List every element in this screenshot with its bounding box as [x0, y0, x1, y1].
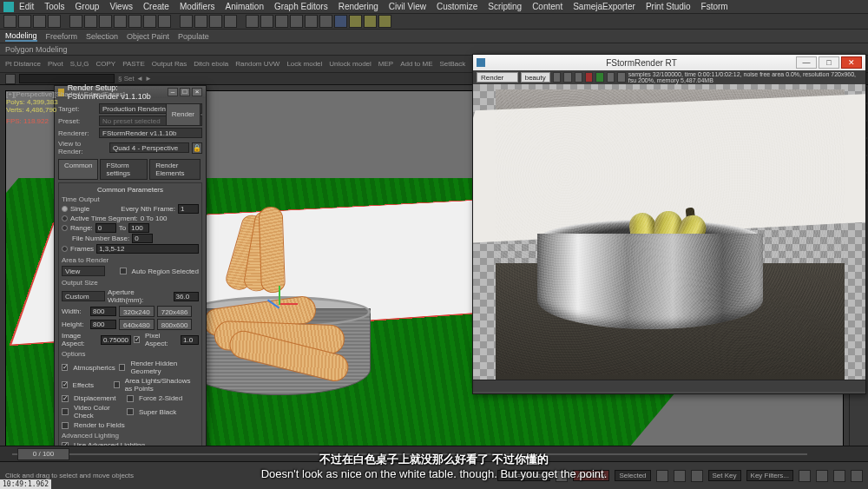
ribbon-freeform[interactable]: Freeform	[46, 32, 78, 41]
tool-select-icon[interactable]	[69, 15, 82, 28]
area-dropdown[interactable]: View	[62, 266, 105, 276]
ct-mep[interactable]: MEP	[378, 60, 393, 68]
fstorm-minimize-button[interactable]: —	[796, 56, 817, 69]
opt-2sided-check[interactable]	[127, 395, 134, 402]
autokey-button[interactable]: Auto Key	[573, 470, 609, 481]
tool-schematic-icon[interactable]	[319, 15, 332, 28]
frames-input[interactable]: 1,3,5-12	[96, 244, 199, 254]
imageaspect-input[interactable]: 0.75000	[101, 335, 131, 345]
tool-redo-icon[interactable]	[18, 15, 31, 28]
fstorm-viewport[interactable]	[473, 84, 865, 380]
opt-hiddengeom-check[interactable]	[119, 364, 125, 371]
menu-content[interactable]: Content	[532, 2, 562, 11]
vp-zoom-icon[interactable]	[816, 470, 828, 482]
opt-arealights-check[interactable]	[114, 381, 120, 388]
setkey-button[interactable]: Set Key	[708, 470, 741, 481]
vp-maximize-icon[interactable]	[851, 470, 863, 482]
ct-sug[interactable]: S,U,G	[70, 60, 89, 68]
timeline-slider[interactable]: 0 / 100	[17, 448, 69, 460]
vp-pan-icon[interactable]	[799, 470, 811, 482]
gizmo-y-axis[interactable]	[279, 286, 280, 305]
menu-tools[interactable]: Tools	[44, 2, 64, 11]
ct-outputras[interactable]: Output Ras	[152, 60, 187, 68]
tool-rendersetup-icon[interactable]	[349, 15, 362, 28]
menu-grapheditors[interactable]: Graph Editors	[274, 2, 328, 11]
fstorm-close-button[interactable]: ✕	[841, 56, 862, 69]
ct-pivot[interactable]: Pivot	[48, 60, 63, 68]
tool-curve-icon[interactable]	[305, 15, 318, 28]
tool-snap-icon[interactable]	[180, 15, 193, 28]
fstorm-copy-icon[interactable]	[563, 72, 571, 83]
radio-range[interactable]	[62, 225, 68, 231]
pixelaspect-lock[interactable]	[134, 336, 140, 343]
tool-percent-icon[interactable]	[209, 15, 222, 28]
tab-fstormsettings[interactable]: FStorm settings	[100, 159, 148, 180]
fstorm-region-icon[interactable]	[607, 72, 615, 83]
preset-800x600[interactable]: 800x600	[157, 319, 193, 330]
tool-align-icon[interactable]	[275, 15, 288, 28]
menu-semejaexporter[interactable]: SamejaExporter	[573, 2, 635, 11]
menu-scripting[interactable]: Scripting	[488, 2, 522, 11]
ct-setback[interactable]: SetBack	[440, 60, 466, 68]
selected-dropdown[interactable]: Selected	[615, 470, 650, 481]
fstorm-render-window[interactable]: FStormRender RT — □ ✕ Render Image beaut…	[472, 54, 866, 394]
maximize-button[interactable]: □	[180, 88, 190, 96]
timeline-track[interactable]	[12, 453, 807, 455]
tool-renderframe-icon[interactable]	[364, 15, 377, 28]
transform-gizmo[interactable]	[266, 291, 293, 317]
timeline[interactable]: 0 / 100	[0, 446, 868, 461]
nav-next-icon[interactable]	[691, 470, 703, 482]
viewtorender-dropdown[interactable]: Quad 4 - Perspective	[109, 142, 189, 153]
ct-ptdistance[interactable]: Pt Distance	[5, 60, 41, 68]
fstorm-mode-dropdown[interactable]: Render Image	[477, 72, 518, 83]
ct-paste[interactable]: PASTE	[122, 60, 145, 68]
fstorm-channel-dropdown[interactable]: beauty	[521, 72, 550, 83]
tool-mirror-icon[interactable]	[260, 15, 273, 28]
tool-move-icon[interactable]	[114, 15, 127, 28]
preset-640x480[interactable]: 640x480	[119, 319, 155, 330]
menu-modifiers[interactable]: Modifiers	[180, 2, 215, 11]
tool-unlink-icon[interactable]	[48, 15, 61, 28]
keyfilters-button[interactable]: Key Filters...	[746, 470, 793, 481]
ribbon-populate[interactable]: Populate	[178, 32, 209, 41]
autoregion-check[interactable]	[120, 268, 127, 274]
ribbon-polygonmodeling[interactable]: Polygon Modeling	[5, 45, 68, 54]
ribbon-modeling[interactable]: Modeling	[5, 31, 37, 42]
tool-spinner-icon[interactable]	[224, 15, 237, 28]
filenumbase-input[interactable]: 0	[132, 234, 153, 243]
timecfg-icon[interactable]	[556, 470, 568, 482]
menu-animation[interactable]: Animation	[225, 2, 263, 11]
fstorm-start-icon[interactable]	[595, 72, 603, 83]
height-input[interactable]: 800	[90, 320, 116, 329]
outputsize-dropdown[interactable]: Custom	[62, 291, 105, 301]
opt-effects-check[interactable]	[62, 381, 68, 388]
tab-common[interactable]: Common	[58, 159, 98, 180]
ribbon-selection[interactable]: Selection	[86, 32, 118, 41]
ct-copy[interactable]: COPY	[95, 60, 115, 68]
render-setup-dialog[interactable]: Render Setup: FStormRender v1.1.10b – □ …	[54, 85, 207, 489]
fstorm-clone-icon[interactable]	[575, 72, 582, 83]
menu-civilview[interactable]: Civil View	[389, 2, 426, 11]
menu-rendering[interactable]: Rendering	[339, 2, 378, 11]
fstorm-save-icon[interactable]	[553, 72, 561, 83]
tool-link-icon[interactable]	[33, 15, 46, 28]
radio-active[interactable]	[62, 215, 68, 221]
gizmo-x-axis[interactable]	[279, 303, 298, 305]
ct-randomuvw[interactable]: Random UVW	[235, 60, 279, 68]
nav-play-icon[interactable]	[674, 470, 686, 482]
tool-angle-icon[interactable]	[194, 15, 207, 28]
ct-ditch[interactable]: Ditch ebola	[194, 60, 228, 68]
ct-lockmodel[interactable]: Lock model	[286, 60, 322, 68]
tab-renderelements[interactable]: Render Elements	[149, 159, 201, 180]
menu-fstorm[interactable]: Fstorm	[701, 2, 728, 11]
tool-selrect-icon[interactable]	[99, 15, 112, 28]
everynth-input[interactable]: 1	[178, 204, 199, 214]
menu-create[interactable]: Create	[143, 2, 169, 11]
opt-atmospherics-check[interactable]	[62, 364, 68, 371]
fstorm-maximize-button[interactable]: □	[819, 56, 839, 69]
fstorm-lock-icon[interactable]	[617, 72, 625, 83]
minimize-button[interactable]: –	[168, 88, 178, 96]
render-button[interactable]: Render	[166, 103, 201, 126]
tool-rotate-icon[interactable]	[128, 15, 141, 28]
close-button[interactable]: ×	[192, 88, 202, 96]
